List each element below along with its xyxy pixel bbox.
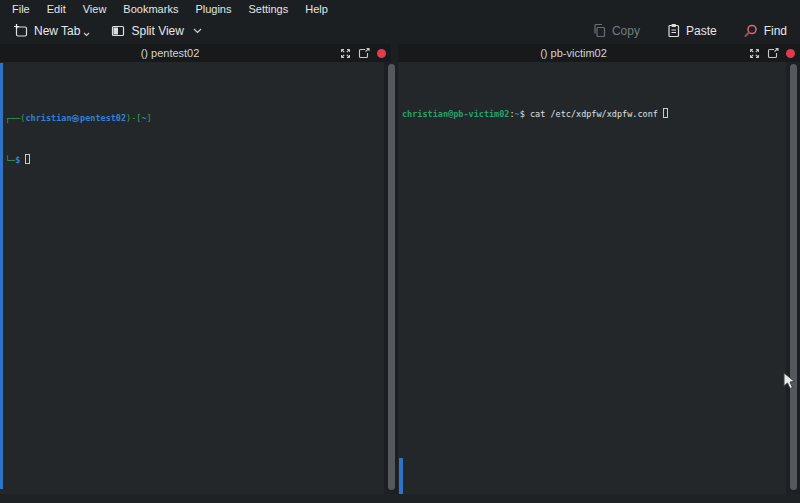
prompt-frame-mid: )-[	[126, 113, 141, 123]
left-detach-view-icon[interactable]	[358, 48, 370, 59]
right-pane-title: () pb-victim02	[398, 47, 749, 59]
new-tab-submenu-chevron-icon	[83, 32, 90, 37]
left-scrollbar-track[interactable]	[384, 62, 398, 494]
right-detach-view-icon[interactable]	[767, 48, 779, 59]
prompt-frame-bottom: └─	[5, 155, 15, 165]
left-scroll-highlight-bar	[0, 63, 3, 489]
menu-plugins[interactable]: Plugins	[189, 2, 237, 16]
left-maximize-view-icon[interactable]	[340, 48, 351, 59]
right-terminal-view[interactable]: christian@pb-victim02:~$ cat /etc/xdpfw/…	[398, 62, 786, 494]
left-terminal-view[interactable]: ┌──(christian㉿pentest02)-[~] └─$	[0, 62, 384, 494]
new-tab-button[interactable]: New Tab	[8, 20, 95, 42]
split-view-button[interactable]: Split View	[105, 20, 206, 42]
left-close-view-button[interactable]	[377, 49, 386, 58]
find-button[interactable]: Find	[738, 20, 792, 42]
find-label: Find	[764, 24, 787, 38]
menu-bookmarks[interactable]: Bookmarks	[117, 2, 184, 16]
copy-button[interactable]: Copy	[587, 20, 645, 41]
prompt-user-host: christian㉿pentest02	[25, 113, 126, 123]
right-close-view-button[interactable]	[786, 49, 795, 58]
split-view-icon	[110, 23, 126, 39]
right-maximize-view-icon[interactable]	[749, 48, 760, 59]
paste-label: Paste	[686, 24, 717, 38]
right-scrollbar-thumb[interactable]	[790, 64, 797, 490]
new-tab-icon	[13, 23, 29, 39]
prompt-dollar: $	[15, 155, 20, 165]
prompt-frame-open: ┌──(	[5, 113, 25, 123]
paste-icon	[666, 23, 681, 38]
window-bottom-edge	[0, 494, 800, 503]
left-scrollbar-thumb[interactable]	[388, 64, 395, 490]
copy-label: Copy	[612, 24, 640, 38]
split-view-label: Split View	[131, 24, 183, 38]
menu-help[interactable]: Help	[299, 2, 334, 16]
menu-settings[interactable]: Settings	[242, 2, 294, 16]
right-scrollbar-track[interactable]	[786, 62, 800, 494]
left-terminal-cursor	[25, 154, 30, 164]
right-pane-titlebar[interactable]: () pb-victim02	[398, 44, 800, 62]
right-scroll-highlight-bar	[399, 458, 403, 495]
left-pane-title: () pentest02	[0, 47, 340, 59]
menu-bar: File Edit View Bookmarks Plugins Setting…	[0, 0, 800, 17]
right-prompt-line: christian@pb-victim02:~$ cat /etc/xdpfw/…	[402, 107, 786, 121]
prompt-user-host: christian@pb-victim02	[402, 109, 509, 119]
menu-file[interactable]: File	[6, 2, 36, 16]
menu-view[interactable]: View	[77, 2, 113, 16]
right-terminal-cursor	[663, 108, 668, 118]
prompt-frame-close: ]	[147, 113, 152, 123]
new-tab-label: New Tab	[34, 24, 80, 38]
left-prompt-line-1: ┌──(christian㉿pentest02)-[~]	[5, 111, 384, 125]
find-magnifier-icon	[743, 23, 759, 39]
copy-icon	[592, 23, 607, 38]
left-prompt-line-2: └─$	[5, 153, 384, 167]
split-view-chevron-down-icon	[193, 28, 202, 34]
toolbar: New Tab Split View	[0, 17, 800, 44]
mouse-cursor-icon	[783, 372, 796, 394]
menu-edit[interactable]: Edit	[41, 2, 72, 16]
paste-button[interactable]: Paste	[661, 20, 722, 41]
left-pane-titlebar[interactable]: () pentest02	[0, 44, 391, 62]
typed-command: cat /etc/xdpfw/xdpfw.conf	[525, 109, 658, 119]
